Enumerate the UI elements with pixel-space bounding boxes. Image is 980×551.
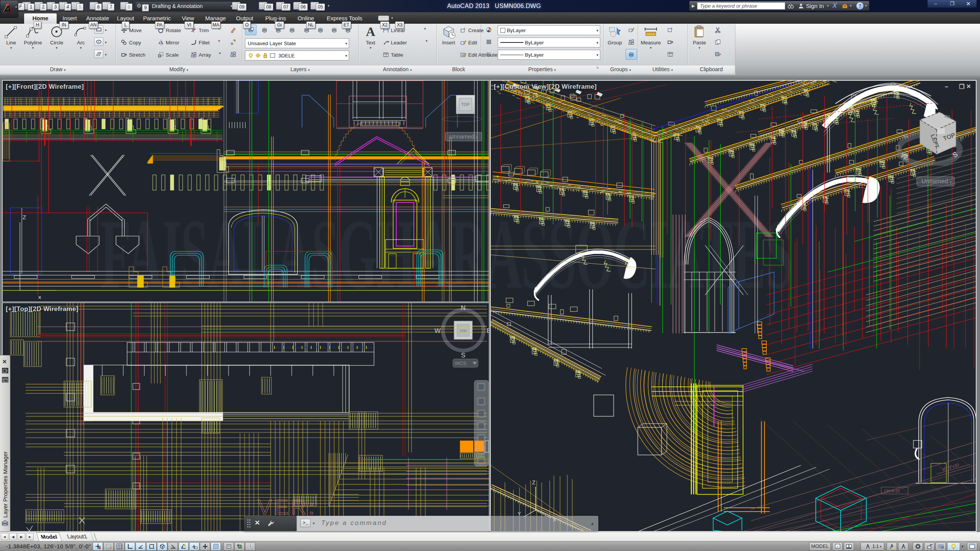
svg-text:Z: Z	[23, 214, 26, 220]
svg-text:10′-3″x10: 10′-3″x10	[941, 462, 959, 472]
svg-text:×: ×	[38, 294, 41, 301]
svg-text:S: S	[461, 352, 465, 359]
svg-text:WCS: WCS	[455, 360, 467, 366]
svg-text:Z: Z	[532, 479, 536, 486]
svg-text:A: A	[366, 24, 376, 39]
svg-text:a: a	[462, 53, 464, 57]
svg-text:E: E	[487, 327, 489, 334]
svg-text:N: N	[461, 304, 466, 311]
svg-text:W: W	[434, 327, 441, 334]
svg-text:CH=0-10: CH=0-10	[884, 489, 900, 493]
